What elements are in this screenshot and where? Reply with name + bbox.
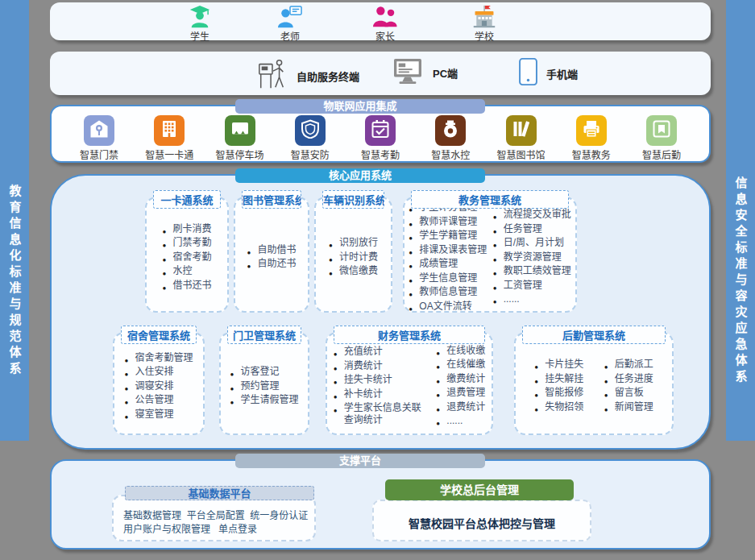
- terminal-item-2: PC端: [391, 57, 458, 88]
- feature-item: 缴费统计: [436, 373, 485, 385]
- system-card-row2-3: 充值统计消费统计挂失卡统计补卡统计学生家长信息关联查询统计在线收缴在线催缴缴费统…: [326, 332, 493, 435]
- feature-item: 宿舍考勤管理: [124, 352, 193, 364]
- feature-item: 公告管理: [124, 394, 193, 406]
- smart-campus-architecture-diagram: 教育信息化标准与规范体系 信息安全标准与容灾应急体系 学生老师家长学校 自助服务…: [0, 0, 755, 560]
- system-card-row1-4: 学生评分管理教师评课管理学生学籍管理排课及课表管理成绩管理学生信息管理教师信息管…: [403, 197, 577, 313]
- feature-item: 借书还书: [162, 280, 211, 292]
- user-role-item-2: 老师: [261, 5, 319, 43]
- right-pillar-label: 信息安全标准与容灾应急体系: [732, 176, 749, 386]
- feature-item: 访客登记: [230, 366, 298, 378]
- security-icon: [301, 119, 320, 142]
- feature-item: 流程提交及审批: [493, 209, 571, 221]
- system-card-row2-4: 卡片挂失挂失解挂智能报修失物招领后勤派工任务进度留言板新闻管理后勤管理系统: [514, 332, 674, 435]
- phone-icon: [518, 57, 538, 89]
- iot-tile-label: 智慧后勤: [630, 147, 693, 161]
- base-data-feature-line: 用户账户与权限管理 单点登录: [123, 523, 314, 537]
- iot-tile-item-2: 智慧一卡通: [138, 115, 201, 161]
- iot-tile-item-5: 智慧考勤: [349, 115, 412, 161]
- feature-item: 宿舍考勤: [162, 251, 211, 263]
- feature-item: 日/周、月计划: [493, 237, 571, 249]
- support-platform-banner: 支撑平台: [235, 454, 485, 468]
- system-card-title: 教务管理系统: [411, 190, 569, 209]
- feature-column: 宿舍考勤管理入住安排调寝安排公告管理寝室管理: [124, 350, 193, 422]
- system-card-features: 宿舍考勤管理入住安排调寝安排公告管理寝室管理: [114, 334, 203, 433]
- system-card-row1-1: 刷卡消费门禁考勤宿舍考勤水控借书还书一卡通系统: [145, 197, 229, 313]
- iot-banner: 物联网应用集成: [235, 99, 485, 114]
- core-systems-banner: 核心应用系统: [235, 168, 485, 183]
- feature-column: 卡片挂失挂失解挂智能报修失物招领: [534, 357, 583, 416]
- iot-tile: [506, 115, 537, 146]
- system-card-title: 财务管理系统: [334, 326, 485, 344]
- iot-tile-label: 智慧图书馆: [490, 147, 553, 161]
- system-card-features: 学生评分管理教师评课管理学生学籍管理排课及课表管理成绩管理学生信息管理教师信息管…: [404, 198, 575, 311]
- iot-tile-item-8: 智慧教务: [560, 115, 623, 161]
- system-card-features: 卡片挂失挂失解挂智能报修失物招领后勤派工任务进度留言板新闻管理: [516, 334, 672, 433]
- feature-item: 自助借书: [247, 244, 296, 256]
- user-role-label: 学生: [171, 29, 229, 43]
- system-card-features: 访客登记预约管理学生请假管理: [221, 334, 308, 433]
- system-card-row1-3: 识别放行计时计费微信缴费车辆识别系统: [314, 197, 392, 313]
- door-access-icon: [89, 119, 109, 142]
- kiosk-icon: [256, 57, 288, 94]
- iot-tile: [365, 115, 396, 146]
- iot-tile: [576, 115, 607, 146]
- feature-item: ......: [436, 415, 485, 427]
- system-card-row2-2: 访客登记预约管理学生请假管理门卫管理系统: [219, 332, 309, 435]
- support-platform-panel: 支撑平台 基础数据管理 平台全局配置 统一身份认证 用户账户与权限管理 单点登录…: [50, 459, 711, 550]
- pc-icon: [391, 57, 425, 88]
- iot-tile-label: 智慧安防: [279, 147, 342, 161]
- feature-column: 访客登记预约管理学生请假管理: [230, 364, 298, 409]
- terminal-item-3: 手机端: [518, 57, 578, 89]
- feature-item: 充值统计: [334, 346, 429, 358]
- feature-column: 流程提交及审批任务管理日/周、月计划教学资源管理教职工绩效管理工资管理.....…: [493, 207, 571, 308]
- one-card-icon: [160, 119, 179, 142]
- access-terminals-panel: 自助服务终端PC端手机端: [50, 52, 711, 95]
- iot-tile-label: 智慧教务: [560, 147, 623, 161]
- iot-tile-item-4: 智慧安防: [279, 115, 342, 161]
- terminal-label: 自助服务终端: [297, 68, 359, 84]
- feature-item: 排课及课表管理: [409, 244, 487, 256]
- feature-item: 失物招领: [534, 401, 583, 413]
- iot-tile-item-7: 智慧图书馆: [490, 115, 553, 161]
- feature-item: 学生家长信息关联查询统计: [334, 402, 429, 426]
- feature-column: 在线收缴在线催缴缴费统计退费管理退费统计......: [436, 342, 485, 429]
- system-card-features: 充值统计消费统计挂失卡统计补卡统计学生家长信息关联查询统计在线收缴在线催缴缴费统…: [327, 334, 492, 433]
- terminal-label: 手机端: [546, 66, 578, 81]
- feature-item: 调寝安排: [124, 380, 193, 392]
- feature-item: 学生信息管理: [409, 272, 487, 284]
- iot-tile-item-1: 智慧门禁: [68, 115, 131, 161]
- student-icon: [171, 5, 229, 29]
- user-role-label: 学校: [455, 29, 513, 43]
- feature-column: 识别放行计时计费微信缴费: [329, 235, 378, 280]
- iot-tile-item-6: 智慧水控: [419, 115, 482, 161]
- iot-tile-label: 智慧停车场: [209, 147, 272, 161]
- feature-item: 自助还书: [247, 258, 296, 270]
- feature-column: 自助借书自助还书: [247, 242, 296, 272]
- base-data-platform-card: 基础数据管理 平台全局配置 统一身份认证 用户账户与权限管理 单点登录: [112, 495, 316, 541]
- left-pillar: 教育信息化标准与规范体系: [0, 0, 29, 441]
- iot-tiles-row: 智慧门禁智慧一卡通智慧停车场智慧安防智慧考勤智慧水控智慧图书馆智慧教务智慧后勤: [52, 106, 709, 161]
- feature-item: 新闻管理: [604, 401, 653, 413]
- feature-item: 识别放行: [329, 237, 378, 249]
- iot-tile: [295, 115, 326, 146]
- user-roles-panel: 学生老师家长学校: [50, 2, 711, 40]
- feature-item: 在线收缴: [436, 345, 485, 357]
- parking-icon: [230, 119, 250, 142]
- teacher-icon: [261, 5, 319, 29]
- academic-icon: [582, 119, 601, 142]
- iot-tile: [435, 115, 466, 146]
- user-role-item-1: 学生: [171, 5, 229, 43]
- system-card-features: 识别放行计时计费微信缴费: [316, 198, 391, 311]
- feature-item: 刷卡消费: [162, 223, 211, 235]
- iot-tile-item-9: 智慧后勤: [630, 115, 693, 161]
- feature-item: 学生请假管理: [230, 394, 298, 406]
- base-data-feature-line: 基础数据管理 平台全局配置 统一身份认证: [123, 509, 314, 523]
- feature-item: 卡片挂失: [534, 359, 583, 371]
- system-card-title: 门卫管理系统: [227, 326, 301, 344]
- feature-item: 教师评课管理: [409, 216, 487, 228]
- water-icon: [441, 119, 460, 142]
- iot-integration-panel: 物联网应用集成 智慧门禁智慧一卡通智慧停车场智慧安防智慧考勤智慧水控智慧图书馆智…: [50, 105, 711, 163]
- parents-icon: [356, 5, 414, 29]
- iot-tile: [84, 115, 114, 146]
- feature-item: 计时计费: [329, 251, 378, 263]
